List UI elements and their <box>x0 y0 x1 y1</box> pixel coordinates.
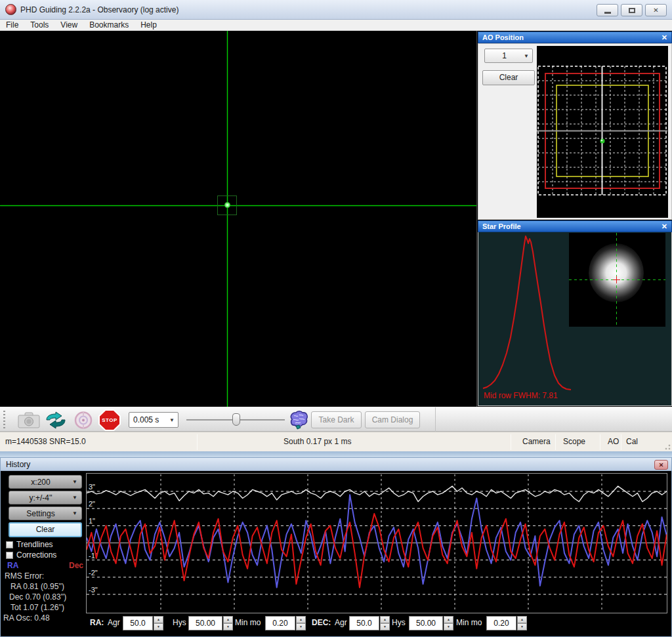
dec-minmo-label: Min mo <box>456 618 482 627</box>
ra-minmove-input[interactable] <box>265 616 295 630</box>
title-bar: PHD Guiding 2.2.2a - Observaory (log act… <box>0 0 672 20</box>
ao-position-graphic <box>537 46 668 218</box>
resize-grip[interactable] <box>663 442 671 450</box>
ra-osc-value: RA Osc: 0.48 <box>3 613 50 623</box>
close-icon: ✕ <box>653 7 658 14</box>
ao-panel-body: 1 ▼ Clear <box>478 43 672 220</box>
chevron-down-icon: ▼ <box>169 417 178 423</box>
spin-down-icon[interactable]: ▼ <box>444 623 453 630</box>
rms-error-header: RMS Error: <box>5 571 44 581</box>
ra-minmo-label: Min mo <box>235 618 261 627</box>
cam-dialog-button[interactable]: Cam Dialog <box>365 411 420 428</box>
status-guide-step: South 0.17 px 1 ms <box>284 437 351 446</box>
ao-step-select[interactable]: 1 ▼ <box>484 49 533 63</box>
ra-aggression-input[interactable] <box>123 616 153 630</box>
guide-camera-view[interactable] <box>0 31 477 407</box>
profile-close-icon[interactable]: ✕ <box>662 222 667 231</box>
dec-minmove-stepper[interactable]: ▲▼ <box>486 616 527 630</box>
dec-hys-label: Hys <box>392 618 406 627</box>
spin-down-icon[interactable]: ▼ <box>223 623 233 630</box>
history-clear-button[interactable]: Clear <box>9 522 82 537</box>
camera-icon[interactable] <box>18 412 40 432</box>
crosshair-vertical <box>227 31 228 407</box>
gamma-slider[interactable] <box>186 419 285 421</box>
spin-up-icon[interactable]: ▲ <box>444 616 453 623</box>
toolbar-grip[interactable] <box>3 411 5 429</box>
menu-bar: File Tools View Bookmarks Help <box>0 20 672 31</box>
dec-hysteresis-input[interactable] <box>409 616 443 630</box>
checkbox-icon[interactable] <box>6 541 13 548</box>
ao-close-icon[interactable]: ✕ <box>662 33 667 42</box>
menu-view[interactable]: View <box>54 20 83 30</box>
exposure-duration-select[interactable]: 0.005 s ▼ <box>129 412 178 428</box>
spin-down-icon[interactable]: ▼ <box>154 623 163 630</box>
menu-tools[interactable]: Tools <box>24 20 54 30</box>
history-settings-select[interactable]: Settings ▼ <box>9 506 82 520</box>
ra-minmove-stepper[interactable]: ▲▼ <box>265 616 306 630</box>
spin-down-icon[interactable]: ▼ <box>380 623 390 630</box>
ao-position-panel: AO Position ✕ 1 ▼ Clear <box>478 31 672 220</box>
main-toolbar: STOP 0.005 s ▼ Take Dark Cam Dialog <box>0 407 672 432</box>
spin-up-icon[interactable]: ▲ <box>517 616 527 623</box>
status-cal: Cal <box>626 437 638 446</box>
corrections-checkbox[interactable]: Corrections <box>6 550 56 560</box>
ra-hys-label: Hys <box>173 618 186 627</box>
rms-tot-value: Tot 1.07 (1.26'') <box>10 603 64 612</box>
brain-advanced-settings-icon[interactable] <box>287 410 309 433</box>
profile-panel-titlebar: Star Profile ✕ <box>478 220 672 232</box>
stop-icon[interactable]: STOP <box>98 409 121 431</box>
toolbar-separator <box>435 407 436 432</box>
dec-aggression-stepper[interactable]: ▲▼ <box>349 616 390 630</box>
spin-up-icon[interactable]: ▲ <box>223 616 233 623</box>
history-window: History ✕ x:200 ▼ y:+/-4'' ▼ Settings ▼ … <box>0 457 672 637</box>
dec-controls-label: DEC: <box>312 618 331 627</box>
history-close-button[interactable]: ✕ <box>654 460 668 470</box>
close-button[interactable]: ✕ <box>645 4 667 16</box>
minimize-button[interactable] <box>597 4 618 16</box>
ra-aggression-stepper[interactable]: ▲▼ <box>123 616 163 630</box>
history-xscale-select[interactable]: x:200 ▼ <box>9 475 82 489</box>
guide-icon[interactable] <box>73 411 94 432</box>
profile-panel-title: Star Profile <box>482 222 521 230</box>
ra-hysteresis-input[interactable] <box>188 616 222 630</box>
guide-star[interactable] <box>224 202 230 208</box>
ao-panel-title: AO Position <box>482 33 524 41</box>
maximize-button[interactable] <box>621 4 642 16</box>
svg-text:1": 1" <box>89 517 95 525</box>
spin-down-icon[interactable]: ▼ <box>517 623 527 630</box>
checkbox-icon[interactable] <box>6 552 13 559</box>
spin-up-icon[interactable]: ▲ <box>296 616 306 623</box>
spin-up-icon[interactable]: ▲ <box>380 616 390 623</box>
rms-dec-value: Dec 0.70 (0.83'') <box>9 592 66 602</box>
dec-agr-label: Agr <box>335 618 347 627</box>
trendlines-checkbox[interactable]: Trendlines <box>6 540 53 549</box>
spin-down-icon[interactable]: ▼ <box>296 623 306 630</box>
chevron-down-icon: ▼ <box>524 53 532 59</box>
minimize-icon <box>604 12 611 14</box>
chevron-down-icon: ▼ <box>72 479 81 485</box>
ao-clear-button[interactable]: Clear <box>482 70 535 85</box>
loop-exposures-icon[interactable] <box>43 411 68 432</box>
menu-file[interactable]: File <box>0 20 24 30</box>
gamma-slider-thumb[interactable] <box>232 413 240 426</box>
status-camera: Camera <box>522 437 551 446</box>
status-star-mass: m=1440538 SNR=15.0 <box>5 437 86 446</box>
history-yscale-select[interactable]: y:+/-4'' ▼ <box>9 491 82 504</box>
dec-aggression-input[interactable] <box>349 616 379 630</box>
ra-hysteresis-stepper[interactable]: ▲▼ <box>188 616 233 630</box>
svg-text:3": 3" <box>89 483 95 491</box>
history-body: x:200 ▼ y:+/-4'' ▼ Settings ▼ Clear Tren… <box>1 471 671 636</box>
window-title: PHD Guiding 2.2.2a - Observaory (log act… <box>20 5 178 14</box>
dec-hysteresis-stepper[interactable]: ▲▼ <box>409 616 453 630</box>
maximize-icon <box>629 8 635 13</box>
dec-minmove-input[interactable] <box>486 616 516 630</box>
take-dark-button[interactable]: Take Dark <box>311 411 362 428</box>
ao-panel-titlebar: AO Position ✕ <box>478 31 672 43</box>
menu-help[interactable]: Help <box>135 20 163 30</box>
rms-ra-value: RA 0.81 (0.95'') <box>10 582 64 591</box>
svg-text:2": 2" <box>89 500 95 508</box>
menu-bookmarks[interactable]: Bookmarks <box>83 20 135 30</box>
spin-up-icon[interactable]: ▲ <box>154 616 163 623</box>
phd-guiding-app: PHD Guiding 2.2.2a - Observaory (log act… <box>0 0 672 637</box>
star-profile-curve <box>478 232 583 406</box>
